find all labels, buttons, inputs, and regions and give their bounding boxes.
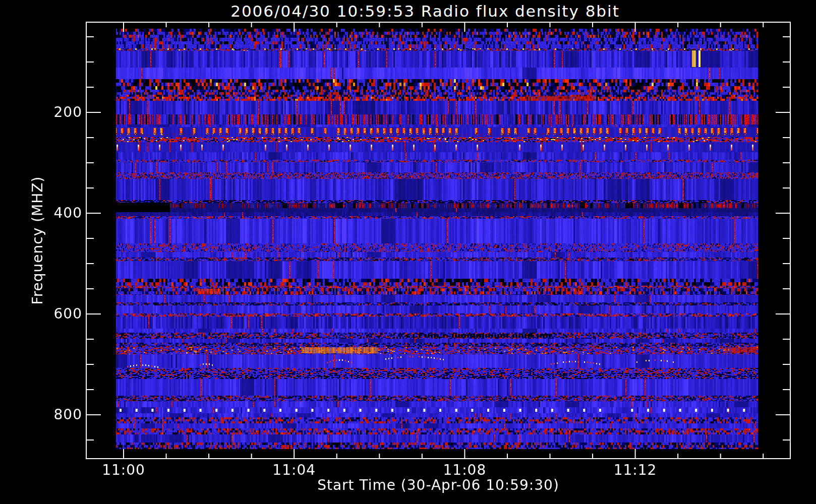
y-tick-label: 600 <box>31 306 82 322</box>
y-tick-label: 800 <box>31 407 82 423</box>
x-axis-label: Start Time (30-Apr-06 10:59:30) <box>86 477 790 493</box>
x-tick-label: 11:08 <box>424 462 505 478</box>
y-tick-label: 400 <box>31 205 82 221</box>
x-tick-label: 11:12 <box>595 462 676 478</box>
radio-spectrogram-window: 2006/04/30 10:59:53 Radio flux density 8… <box>0 0 816 504</box>
axes-layer <box>0 0 816 504</box>
y-tick-label: 200 <box>31 104 82 120</box>
x-tick-label: 11:00 <box>83 462 164 478</box>
x-tick-label: 11:04 <box>254 462 334 478</box>
